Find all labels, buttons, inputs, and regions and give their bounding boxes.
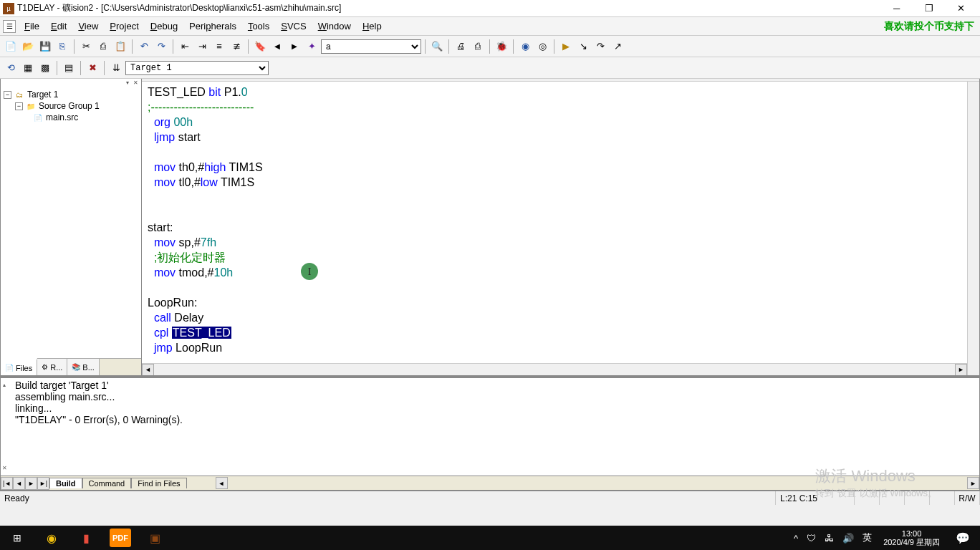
build-icon[interactable]: ▦ (20, 60, 36, 76)
panel-auto-hide-icon[interactable]: ▾ (125, 79, 130, 86)
tab-next-icon[interactable]: ► (25, 477, 37, 490)
tray-expand-icon[interactable]: ^ (791, 533, 801, 544)
collapse-icon[interactable]: − (4, 91, 11, 99)
new-file-icon[interactable]: 📄 (3, 39, 19, 54)
debug-icon[interactable]: 🐞 (494, 39, 509, 54)
menu-file[interactable]: FFileile (19, 19, 45, 33)
clock-time: 13:00 (883, 529, 940, 538)
bookmark-clear-icon[interactable]: ✦ (304, 39, 320, 54)
editor-hscrollbar[interactable]: ◄ ► (142, 363, 967, 375)
step-out-icon[interactable]: ↗ (610, 39, 625, 54)
uncomment-icon[interactable]: ≢ (229, 39, 244, 54)
bookmark-next-icon[interactable]: ► (287, 39, 302, 54)
tree-target[interactable]: − 🗂 Target 1 (4, 89, 138, 100)
minimize-button[interactable]: ─ (880, 0, 913, 17)
tab-find-in-files[interactable]: Find in Files (131, 478, 186, 488)
run-icon[interactable]: ▶ (558, 39, 574, 54)
menu-svcs[interactable]: SVCS (275, 19, 312, 33)
step-icon[interactable]: ↘ (575, 39, 591, 54)
print-icon[interactable]: 🖨 (453, 39, 469, 54)
separator (425, 39, 426, 54)
tab-last-icon[interactable]: ►| (37, 477, 49, 490)
tree-file-main[interactable]: 📄 main.src (4, 112, 138, 123)
find-combo[interactable]: a (321, 39, 421, 54)
app-icon: µ (3, 3, 14, 14)
menu-debug[interactable]: Debug (145, 19, 183, 33)
scroll-left-icon[interactable]: ◄ (216, 477, 228, 489)
redo-icon[interactable]: ↷ (153, 39, 169, 54)
close-button[interactable]: ✕ (945, 0, 977, 17)
find-icon[interactable]: 🔍 (429, 39, 445, 54)
tab-prev-icon[interactable]: ◄ (13, 477, 25, 490)
menu-project[interactable]: Project (104, 19, 144, 33)
panel-grip[interactable]: ▴✕ (1, 378, 8, 476)
system-tray: ^ 🛡 🖧 🔊 英 13:00 2020/4/9 星期四 💬 (791, 526, 980, 550)
folder-icon: 📁 (25, 101, 37, 111)
tab-build[interactable]: Build (49, 478, 82, 488)
bookmark-icon[interactable]: 🔖 (252, 39, 268, 54)
build-output[interactable]: ▴✕ Build target 'Target 1' assembling ma… (0, 377, 980, 476)
doc-menu-icon[interactable]: ☰ (3, 20, 16, 33)
tab-command[interactable]: Command (82, 478, 132, 488)
menu-view[interactable]: View (72, 19, 104, 33)
tab-first-icon[interactable]: |◄ (1, 477, 13, 490)
panel-close-icon[interactable]: ✕ (132, 79, 140, 86)
translate-icon[interactable]: ⟲ (3, 60, 19, 76)
tray-volume-icon[interactable]: 🔊 (840, 533, 857, 544)
save-all-icon[interactable]: ⎘ (54, 39, 70, 54)
taskbar-uvision-icon[interactable]: ▣ (138, 526, 172, 550)
separator (489, 39, 490, 54)
tray-shield-icon[interactable]: 🛡 (804, 533, 819, 544)
taskbar-chrome-icon[interactable]: ◉ (34, 526, 69, 550)
menu-window[interactable]: Window (312, 19, 357, 33)
project-tree[interactable]: − 🗂 Target 1 − 📁 Source Group 1 📄 main.s… (1, 86, 141, 358)
comment-icon[interactable]: ≡ (211, 39, 227, 54)
print-preview-icon[interactable]: ⎙ (470, 39, 486, 54)
bookmark-prev-icon[interactable]: ◄ (269, 39, 285, 54)
maximize-button[interactable]: ❐ (913, 0, 945, 17)
step-over-icon[interactable]: ↷ (592, 39, 608, 54)
tab-books-label: B... (82, 363, 95, 372)
menu-edit[interactable]: Edit (45, 19, 72, 33)
menu-help[interactable]: Help (357, 19, 388, 33)
stop-build-icon[interactable]: ✖ (85, 60, 100, 76)
open-icon[interactable]: 📂 (20, 39, 36, 54)
download-icon[interactable]: ⇊ (108, 60, 124, 76)
tree-source-group[interactable]: − 📁 Source Group 1 (4, 100, 138, 112)
rebuild-icon[interactable]: ▩ (37, 60, 53, 76)
scroll-right-icon[interactable]: ► (967, 477, 979, 489)
cut-icon[interactable]: ✂ (78, 39, 94, 54)
tab-books[interactable]: 📚B... (67, 359, 100, 375)
editor-vscrollbar[interactable] (967, 82, 979, 375)
clock-date: 2020/4/9 星期四 (883, 538, 940, 546)
scroll-right-icon[interactable]: ► (955, 364, 967, 375)
menu-peripherals[interactable]: Peripherals (183, 19, 242, 33)
taskbar-clock[interactable]: 13:00 2020/4/9 星期四 (878, 529, 946, 546)
scroll-left-icon[interactable]: ◄ (142, 364, 154, 375)
indent-left-icon[interactable]: ⇤ (177, 39, 193, 54)
save-icon[interactable]: 💾 (37, 39, 53, 54)
paste-icon[interactable]: 📋 (112, 39, 128, 54)
collapse-icon[interactable]: − (15, 102, 23, 110)
output-line: Build target 'Target 1' (15, 380, 974, 391)
taskbar-pdf-icon[interactable]: PDF (110, 529, 131, 547)
menu-tools[interactable]: Tools (242, 19, 275, 33)
breakpoint-kill-icon[interactable]: ◎ (534, 39, 550, 54)
undo-icon[interactable]: ↶ (136, 39, 152, 54)
tab-files[interactable]: 📄Files (1, 358, 37, 375)
tree-target-label: Target 1 (27, 90, 58, 100)
build-all-icon[interactable]: ▤ (61, 60, 77, 76)
indent-right-icon[interactable]: ⇥ (194, 39, 210, 54)
tab-regs[interactable]: ⚙R... (37, 359, 67, 375)
tray-ime-icon[interactable]: 英 (860, 531, 875, 544)
tray-network-icon[interactable]: 🖧 (822, 533, 837, 544)
target-combo[interactable]: Target 1 (125, 61, 269, 75)
output-line: "T1DELAY" - 0 Error(s), 0 Warning(s). (15, 414, 974, 425)
output-hscroll[interactable]: ◄ ► (187, 477, 979, 489)
breakpoint-icon[interactable]: ◉ (517, 39, 533, 54)
copy-icon[interactable]: ⎙ (95, 39, 111, 54)
code-editor[interactable]: TEST_LED bit P1.0 ;---------------------… (142, 82, 979, 375)
notification-center-icon[interactable]: 💬 (948, 526, 977, 550)
start-button[interactable]: ⊞ (0, 526, 34, 550)
taskbar-app1-icon[interactable]: ▮ (69, 526, 103, 550)
